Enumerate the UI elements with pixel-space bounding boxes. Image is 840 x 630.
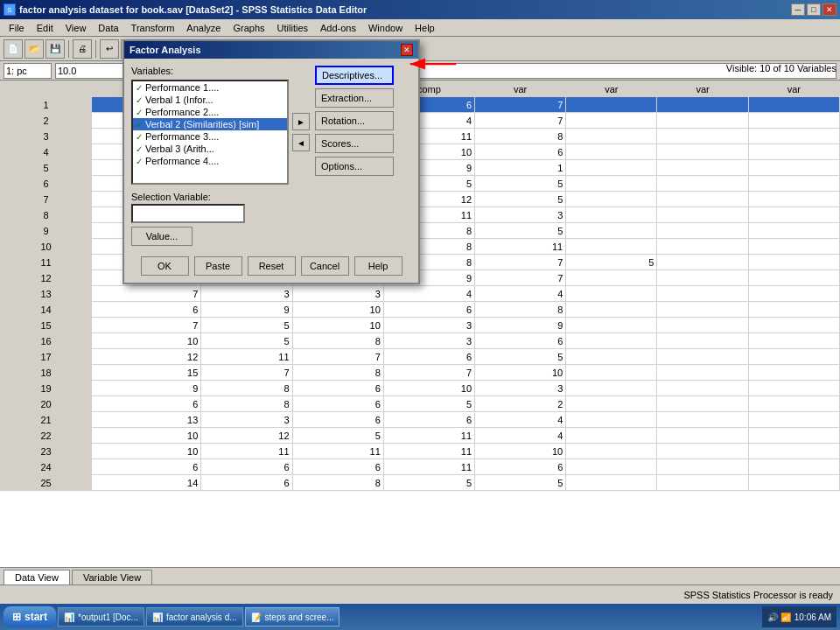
cell-value[interactable] — [657, 396, 748, 412]
cell-value[interactable] — [657, 270, 748, 286]
undo-button[interactable]: ↩ — [100, 39, 119, 59]
row-number[interactable]: 10 — [1, 239, 92, 255]
row-number[interactable]: 15 — [1, 318, 92, 333]
cell-value[interactable]: 5 — [292, 428, 383, 444]
row-number[interactable]: 11 — [1, 255, 92, 270]
cell-value[interactable]: 5 — [475, 475, 566, 491]
cell-value[interactable] — [657, 459, 748, 475]
table-row[interactable]: 231011111110 — [1, 444, 840, 459]
cell-value[interactable]: 6 — [292, 396, 383, 412]
cell-value[interactable]: 6 — [383, 412, 474, 428]
cell-value[interactable]: 5 — [201, 318, 292, 333]
cell-value[interactable]: 11 — [475, 239, 566, 255]
descriptives-button[interactable]: Descriptives... — [315, 66, 394, 85]
tab-variable-view[interactable]: Variable View — [72, 570, 152, 584]
table-row[interactable]: 15751039 — [1, 318, 840, 333]
cell-value[interactable] — [748, 97, 839, 113]
list-item[interactable]: ✓Verbal 3 (Arith... — [133, 143, 287, 155]
cell-value[interactable]: 8 — [292, 365, 383, 381]
cell-value[interactable] — [748, 444, 839, 459]
maximize-button[interactable]: □ — [807, 4, 821, 16]
taskbar-factor[interactable]: 📊 factor analysis d... — [146, 607, 243, 626]
cancel-button[interactable]: Cancel — [301, 256, 349, 276]
taskbar-steps[interactable]: 📝 steps and scree... — [245, 607, 340, 626]
cell-value[interactable] — [748, 349, 839, 365]
cell-value[interactable] — [657, 239, 748, 255]
cell-value[interactable] — [748, 113, 839, 129]
cell-value[interactable] — [566, 459, 657, 475]
cell-value[interactable] — [566, 176, 657, 192]
cell-value[interactable]: 7 — [92, 318, 201, 333]
cell-value[interactable]: 11 — [201, 444, 292, 459]
table-row[interactable]: 2210125114 — [1, 428, 840, 444]
cell-value[interactable]: 6 — [475, 144, 566, 160]
cell-value[interactable]: 14 — [92, 475, 201, 491]
cell-value[interactable] — [748, 318, 839, 333]
cell-value[interactable]: 1 — [475, 160, 566, 176]
row-number[interactable]: 1 — [1, 97, 92, 113]
cell-value[interactable] — [657, 428, 748, 444]
cell-value[interactable]: 9 — [475, 318, 566, 333]
menu-file[interactable]: File — [4, 21, 30, 35]
menu-window[interactable]: Window — [363, 21, 408, 35]
menu-analyze[interactable]: Analyze — [181, 21, 226, 35]
table-row[interactable]: 24666116 — [1, 459, 840, 475]
cell-value[interactable]: 7 — [292, 349, 383, 365]
cell-value[interactable] — [657, 333, 748, 349]
cell-value[interactable] — [748, 459, 839, 475]
cell-value[interactable] — [657, 97, 748, 113]
cell-value[interactable] — [748, 302, 839, 318]
cell-value[interactable] — [657, 365, 748, 381]
cell-value[interactable] — [657, 318, 748, 333]
cell-value[interactable]: 5 — [566, 255, 657, 270]
cell-value[interactable]: 8 — [475, 302, 566, 318]
cell-value[interactable]: 3 — [383, 333, 474, 349]
cell-value[interactable] — [566, 113, 657, 129]
cell-value[interactable]: 6 — [292, 412, 383, 428]
row-number[interactable]: 17 — [1, 349, 92, 365]
row-number[interactable]: 13 — [1, 286, 92, 302]
reset-button[interactable]: Reset — [248, 256, 296, 276]
cell-value[interactable]: 10 — [475, 444, 566, 459]
cell-value[interactable] — [566, 428, 657, 444]
cell-value[interactable]: 4 — [475, 428, 566, 444]
cell-value[interactable]: 10 — [475, 365, 566, 381]
cell-value[interactable]: 3 — [475, 207, 566, 223]
cell-value[interactable]: 4 — [475, 412, 566, 428]
cell-value[interactable]: 6 — [201, 475, 292, 491]
cell-value[interactable] — [657, 113, 748, 129]
cell-value[interactable]: 5 — [475, 192, 566, 207]
cell-value[interactable]: 7 — [475, 270, 566, 286]
cell-value[interactable]: 3 — [201, 286, 292, 302]
cell-value[interactable] — [748, 207, 839, 223]
cell-value[interactable]: 10 — [383, 381, 474, 396]
cell-value[interactable] — [566, 129, 657, 144]
cell-value[interactable]: 8 — [201, 396, 292, 412]
cell-value[interactable]: 3 — [383, 318, 474, 333]
cell-value[interactable]: 5 — [383, 396, 474, 412]
cell-value[interactable] — [657, 381, 748, 396]
cell-value[interactable]: 8 — [292, 475, 383, 491]
row-number[interactable]: 14 — [1, 302, 92, 318]
cell-value[interactable] — [657, 160, 748, 176]
cell-value[interactable] — [748, 239, 839, 255]
cell-value[interactable]: 7 — [383, 365, 474, 381]
cell-value[interactable] — [657, 144, 748, 160]
new-file-button[interactable]: 📄 — [4, 39, 23, 59]
options-button[interactable]: Options... — [315, 157, 394, 176]
cell-value[interactable]: 7 — [92, 286, 201, 302]
row-number[interactable]: 25 — [1, 475, 92, 491]
cell-value[interactable]: 13 — [92, 412, 201, 428]
cell-value[interactable] — [566, 144, 657, 160]
cell-value[interactable]: 11 — [383, 459, 474, 475]
cell-value[interactable] — [566, 239, 657, 255]
cell-value[interactable]: 9 — [92, 381, 201, 396]
cell-value[interactable] — [657, 286, 748, 302]
taskbar-output[interactable]: 📊 *output1 [Doc... — [58, 607, 144, 626]
table-row[interactable]: 181578710 — [1, 365, 840, 381]
arrow-right-button[interactable]: ► — [292, 113, 310, 130]
cell-value[interactable]: 5 — [475, 223, 566, 239]
cell-value[interactable]: 5 — [475, 349, 566, 365]
cell-value[interactable] — [748, 428, 839, 444]
row-number[interactable]: 12 — [1, 270, 92, 286]
